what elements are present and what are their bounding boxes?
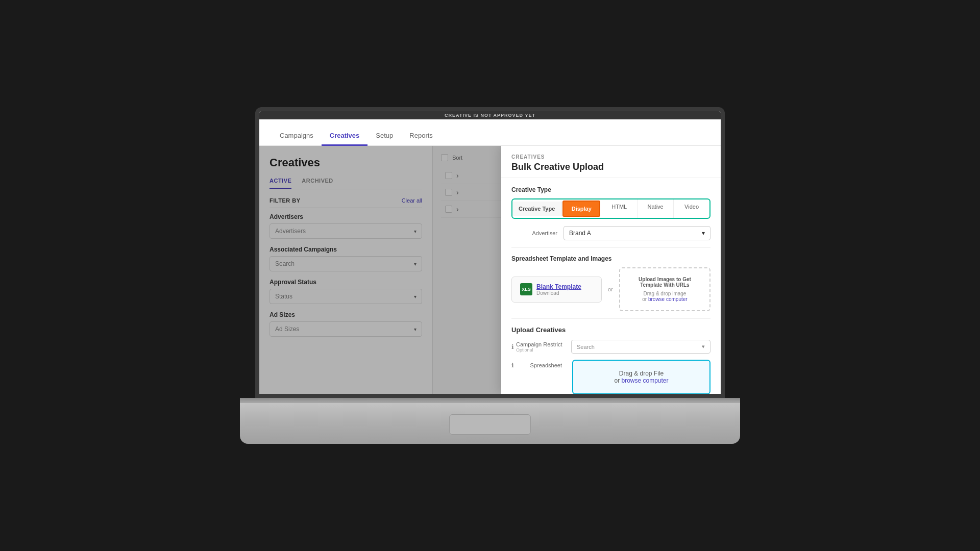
laptop-trackpad (449, 414, 531, 435)
spreadsheet-dropzone[interactable]: Drag & drop File or browse computer (572, 360, 710, 394)
dropzone-text: Drag & drop File or browse computer (582, 370, 700, 384)
browse-computer-file-link[interactable]: browse computer (621, 377, 668, 384)
top-banner: CREATIVE IS NOT APPROVED YET (259, 111, 721, 119)
campaign-restrict-label: Campaign Restrict Optional (516, 341, 567, 353)
nav-tab-creatives[interactable]: Creatives (322, 127, 368, 146)
section-divider-2 (511, 318, 710, 319)
template-download-label: Download (536, 290, 581, 296)
chevron-down-icon: ▾ (702, 343, 705, 350)
laptop-screen: CREATIVE IS NOT APPROVED YET Campaigns C… (259, 111, 721, 394)
advertiser-select[interactable]: Brand A ▾ (564, 226, 710, 240)
section-divider (511, 247, 710, 248)
campaign-restrict-row: ℹ Campaign Restrict Optional Search ▾ (511, 340, 710, 354)
template-text: Blank Template Download (536, 283, 581, 296)
modal-overlay: CREATIVES Bulk Creative Upload Creative … (259, 146, 721, 394)
spreadsheet-section-heading: Spreadsheet Template and Images (511, 255, 710, 262)
creative-type-row: Creative Type Display HTML (512, 199, 709, 218)
laptop-hinge (240, 398, 740, 403)
advertiser-row: Advertiser Brand A ▾ (511, 226, 710, 240)
creative-type-options: Display HTML Native (561, 199, 709, 218)
bulk-upload-modal: CREATIVES Bulk Creative Upload Creative … (501, 146, 721, 394)
laptop-base (240, 398, 740, 444)
or-label: or (608, 286, 613, 292)
advertiser-label: Advertiser (511, 230, 557, 236)
creative-type-table: Creative Type Display HTML (511, 198, 710, 219)
upload-images-title: Upload Images to Get Template With URLs (628, 277, 701, 288)
type-option-native[interactable]: Native (638, 199, 674, 218)
info-icon: ℹ (511, 343, 514, 350)
app-container: CREATIVE IS NOT APPROVED YET Campaigns C… (259, 111, 721, 394)
modal-title: Bulk Creative Upload (511, 162, 710, 172)
info-icon: ℹ (511, 362, 514, 369)
nav-bar: Campaigns Creatives Setup Reports (259, 119, 721, 146)
type-option-video[interactable]: Video (674, 199, 709, 218)
browse-computer-link[interactable]: browse computer (648, 296, 688, 302)
upload-creatives-title: Upload Creatives (511, 326, 710, 334)
spreadsheet-label-wrap: ℹ Spreadsheet (511, 360, 568, 369)
creative-type-heading: Creative Type (511, 186, 710, 193)
laptop-wrapper: CREATIVE IS NOT APPROVED YET Campaigns C… (240, 107, 740, 444)
optional-label: Optional (516, 347, 567, 353)
spreadsheet-icon: XLS (520, 283, 532, 295)
screen-bezel: CREATIVE IS NOT APPROVED YET Campaigns C… (255, 107, 725, 398)
chevron-down-icon: ▾ (702, 230, 705, 237)
type-option-display[interactable]: Display (562, 201, 600, 217)
nav-tab-setup[interactable]: Setup (368, 127, 401, 146)
modal-section-label: CREATIVES (511, 154, 710, 160)
banner-text: CREATIVE IS NOT APPROVED YET (445, 113, 535, 118)
spreadsheet-label: Spreadsheet (516, 362, 562, 368)
nav-tab-reports[interactable]: Reports (401, 127, 441, 146)
modal-body: Creative Type Creative Type Display (501, 178, 721, 394)
main-area: Creatives ACTIVE ARCHIVED FILTER BY Cle (259, 146, 721, 394)
campaign-restrict-input[interactable]: Search ▾ (571, 340, 710, 354)
blank-template-box: XLS Blank Template Download (511, 277, 602, 303)
creative-type-cell-label: Creative Type (512, 202, 561, 216)
template-area: XLS Blank Template Download or Upload (511, 267, 710, 311)
type-option-html[interactable]: HTML (601, 199, 638, 218)
drag-drop-image-text: Drag & drop image (628, 291, 701, 296)
modal-title-bar: CREATIVES Bulk Creative Upload (501, 146, 721, 178)
spreadsheet-upload-row: ℹ Spreadsheet Drag & drop File or (511, 360, 710, 394)
blank-template-link[interactable]: Blank Template (536, 283, 581, 290)
upload-images-box[interactable]: Upload Images to Get Template With URLs … (619, 267, 710, 311)
browse-text: or browse computer (628, 296, 701, 302)
nav-tab-campaigns[interactable]: Campaigns (272, 127, 322, 146)
